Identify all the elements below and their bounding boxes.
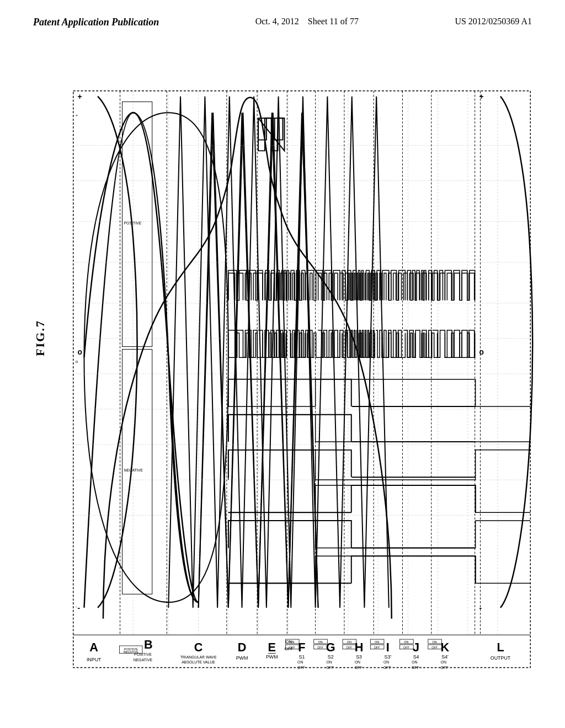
svg-text:K: K xyxy=(441,640,450,654)
svg-text:OUTPUT: OUTPUT xyxy=(491,655,511,661)
svg-text:OFF: OFF xyxy=(355,666,363,670)
svg-text:H: H xyxy=(355,640,364,654)
sheet-info: Sheet 11 of 77 xyxy=(308,17,359,26)
svg-text:ON: ON xyxy=(318,640,322,644)
svg-text:S1: S1 xyxy=(299,654,305,660)
svg-text:E: E xyxy=(268,640,276,654)
svg-text:OFF: OFF xyxy=(431,646,438,649)
svg-text:OFF: OFF xyxy=(289,646,296,649)
svg-text:ON: ON xyxy=(404,640,408,644)
svg-text:S3: S3 xyxy=(356,654,362,660)
svg-text:L: L xyxy=(497,640,504,654)
svg-text:OFF: OFF xyxy=(326,666,334,670)
svg-text:B: B xyxy=(144,638,153,651)
svg-text:D: D xyxy=(238,640,247,654)
page-header: Patent Application Publication Oct. 4, 2… xyxy=(0,0,565,28)
svg-text:ON: ON xyxy=(326,661,332,665)
figure-label: FIG.7 xyxy=(33,320,47,356)
svg-text:+: + xyxy=(78,93,82,101)
svg-text:ON: ON xyxy=(375,640,379,644)
svg-text:ON: ON xyxy=(383,661,389,665)
svg-text:NEGATIVE: NEGATIVE xyxy=(124,650,138,654)
patent-number: US 2012/0250369 A1 xyxy=(455,17,532,26)
svg-text:ON: ON xyxy=(297,661,303,665)
svg-text:OFF: OFF xyxy=(317,646,324,649)
svg-text:POSITIVE: POSITIVE xyxy=(124,221,141,225)
svg-text:OFF: OFF xyxy=(374,646,381,649)
svg-text:o: o xyxy=(76,359,78,364)
svg-text:+: + xyxy=(76,113,78,118)
svg-text:ABSOLUTE VALUE: ABSOLUTE VALUE xyxy=(182,661,215,665)
svg-text:TRIANGULAR WAVE: TRIANGULAR WAVE xyxy=(180,655,217,659)
svg-text:S4: S4 xyxy=(413,654,419,660)
svg-text:OFF: OFF xyxy=(346,646,353,649)
svg-text:-: - xyxy=(76,604,77,609)
header-date-sheet: Oct. 4, 2012 Sheet 11 of 77 xyxy=(255,17,359,26)
svg-text:ON: ON xyxy=(347,640,351,644)
svg-text:-: - xyxy=(78,604,81,612)
svg-text:o: o xyxy=(479,348,484,356)
svg-text:S2: S2 xyxy=(328,654,334,660)
svg-text:OFF: OFF xyxy=(297,666,305,670)
svg-text:o: o xyxy=(78,348,82,356)
svg-text:OFF: OFF xyxy=(403,646,410,649)
diagram-area: text { font-family: Arial, sans-serif; f… xyxy=(61,85,543,684)
svg-text:A: A xyxy=(89,640,98,654)
svg-text:I: I xyxy=(386,640,390,654)
publication-title: Patent Application Publication xyxy=(33,17,159,28)
svg-text:ON: ON xyxy=(355,661,360,665)
svg-text:S4': S4' xyxy=(441,654,449,660)
svg-text:ON: ON xyxy=(433,640,437,644)
svg-text:C: C xyxy=(194,640,203,654)
svg-text:INPUT: INPUT xyxy=(87,657,102,662)
timing-diagram-svg: text { font-family: Arial, sans-serif; f… xyxy=(61,85,543,684)
svg-text:OFF: OFF xyxy=(412,666,419,670)
svg-text:NEGATIVE: NEGATIVE xyxy=(134,658,153,662)
svg-text:S3': S3' xyxy=(385,654,392,660)
svg-text:PWM: PWM xyxy=(236,655,248,661)
svg-text:OFF: OFF xyxy=(383,666,391,670)
publication-date: Oct. 4, 2012 xyxy=(255,17,299,26)
svg-text:+: + xyxy=(479,93,484,101)
svg-text:ON: ON xyxy=(441,661,446,665)
svg-text:J: J xyxy=(413,640,419,654)
svg-text:ON: ON xyxy=(412,661,417,665)
svg-text:NEGATIVE: NEGATIVE xyxy=(124,468,143,472)
svg-text:PWM: PWM xyxy=(266,654,278,660)
svg-text:-: - xyxy=(479,604,482,612)
svg-text:OFF: OFF xyxy=(441,666,449,670)
svg-text:ON: ON xyxy=(290,640,294,644)
